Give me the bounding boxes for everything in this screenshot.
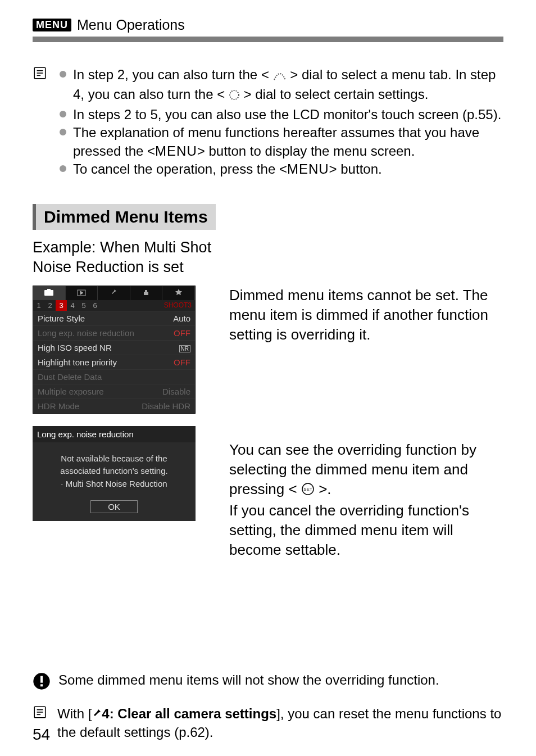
svg-point-4 (230, 90, 239, 99)
menu-row-label: Dust Delete Data (38, 372, 102, 382)
subtab-5: 5 (78, 300, 89, 311)
note-text: > button to display the menu screen. (197, 143, 415, 159)
bullet-icon (60, 111, 66, 117)
tab-playback-icon (66, 286, 98, 300)
menu-row-value: NR (179, 343, 190, 352)
paragraph-dimmed-explain: Dimmed menu items cannot be set. The men… (229, 286, 503, 345)
dialog-line-3: · Multi Shot Noise Reduction (40, 478, 188, 491)
subtab-2: 2 (44, 300, 56, 311)
svg-rect-6 (47, 289, 51, 291)
menu-row-label: Multiple exposure (38, 387, 104, 396)
menu-row: HDR ModeDisable HDR (33, 399, 195, 413)
svg-marker-11 (175, 289, 182, 295)
dialog-ok-button: OK (90, 500, 138, 513)
example-caption: Example: When Multi Shot Noise Reduction… (33, 238, 503, 277)
subtab-4: 4 (67, 300, 78, 311)
paragraph-override-2: If you cancel the overriding function's … (229, 501, 503, 560)
subtab-1: 1 (33, 300, 44, 311)
paragraph-override-1b: >. (319, 481, 331, 497)
menu-icon-label: MENU (33, 19, 71, 31)
menu-row-label: Highlight tone priority (38, 357, 117, 367)
dialog-screenshot: Long exp. noise reduction Not available … (33, 426, 196, 522)
info2-bold: 4: Clear all camera settings (102, 706, 276, 721)
wrench-icon (92, 705, 102, 723)
note-icon (33, 705, 49, 722)
note-item-3: The explanation of menu functions hereaf… (60, 124, 503, 160)
menu-screenshot: 1 2 3 4 5 6 SHOOT3 Picture StyleAutoLong… (33, 286, 196, 414)
menu-row-label: HDR Mode (38, 401, 79, 411)
page-header: MENU Menu Operations (33, 17, 503, 33)
set-button-icon: SET (301, 481, 315, 501)
note-item-2: In steps 2 to 5, you can also use the LC… (60, 106, 503, 124)
warning-note: Some dimmed menu items will not show the… (33, 672, 503, 692)
svg-rect-5 (44, 290, 53, 296)
menu-row-value: OFF (174, 357, 190, 367)
subtab-6: 6 (89, 300, 101, 311)
bullet-icon (60, 129, 66, 135)
main-dial-icon (273, 67, 287, 85)
tab-custom-icon (130, 286, 163, 300)
page-title: Menu Operations (77, 17, 185, 33)
svg-rect-9 (144, 292, 148, 295)
note-text: > button. (329, 161, 382, 176)
note-text: In steps 2 to 5, you can also use the LC… (73, 106, 501, 124)
note-text: To cancel the operation, press the < (73, 161, 287, 176)
note-icon (33, 66, 49, 178)
header-divider (33, 37, 503, 42)
menu-row-value: Disable (162, 387, 190, 396)
svg-rect-10 (145, 290, 147, 292)
quick-dial-icon (229, 87, 240, 105)
menu-row: High ISO speed NRNR (33, 340, 195, 355)
menu-row-value: Disable HDR (142, 401, 190, 411)
svg-text:SET: SET (303, 487, 312, 492)
dialog-title: Long exp. noise reduction (33, 426, 196, 442)
menu-row: Dust Delete Data (33, 369, 195, 384)
svg-rect-16 (40, 685, 43, 687)
menu-row-label: High ISO speed NR (38, 343, 112, 352)
note-item-1: In step 2, you can also turn the < > dia… (60, 66, 503, 106)
shoot-label: SHOOT3 (161, 300, 195, 311)
note-text: In step 2, you can also turn the < (73, 67, 269, 82)
menu-word: MENU (287, 161, 329, 176)
svg-marker-8 (80, 291, 83, 295)
bullet-icon (60, 71, 66, 78)
info2-pre: With [ (57, 706, 92, 721)
tab-mymenu-icon (162, 286, 195, 300)
dialog-line-2: associated function's setting. (40, 465, 188, 478)
menu-row-value: OFF (174, 328, 190, 338)
note-item-4: To cancel the operation, press the <MENU… (60, 160, 503, 178)
menu-row: Multiple exposureDisable (33, 384, 195, 399)
svg-rect-15 (40, 676, 43, 683)
bullet-icon (60, 165, 66, 172)
warning-text: Some dimmed menu items will not show the… (58, 672, 439, 688)
menu-word: MENU (155, 143, 197, 159)
menu-row: Picture StyleAuto (33, 311, 195, 325)
menu-row: Long exp. noise reductionOFF (33, 325, 195, 340)
info-note-block: In step 2, you can also turn the < > dia… (33, 66, 503, 178)
example-line-2: Noise Reduction is set (33, 259, 184, 275)
tab-camera-icon (33, 286, 66, 300)
menu-row-value: Auto (173, 314, 190, 323)
menu-row: Highlight tone priorityOFF (33, 355, 195, 369)
menu-row-label: Long exp. noise reduction (38, 328, 134, 338)
note-text: > dial to select certain settings. (244, 87, 429, 102)
page-number: 54 (33, 726, 50, 744)
dialog-line-1: Not available because of the (40, 452, 188, 465)
section-heading: Dimmed Menu Items (33, 204, 216, 230)
subtab-row: 1 2 3 4 5 6 SHOOT3 (33, 300, 195, 311)
subtab-3: 3 (56, 300, 67, 311)
paragraph-override-1a: You can see the overriding function by s… (229, 441, 476, 497)
menu-row-label: Picture Style (38, 314, 85, 323)
example-line-1: Example: When Multi Shot (33, 239, 211, 256)
warning-icon (33, 672, 51, 692)
info-note-2: With [4: Clear all camera settings], you… (33, 705, 503, 741)
tab-setup-icon (98, 286, 130, 300)
